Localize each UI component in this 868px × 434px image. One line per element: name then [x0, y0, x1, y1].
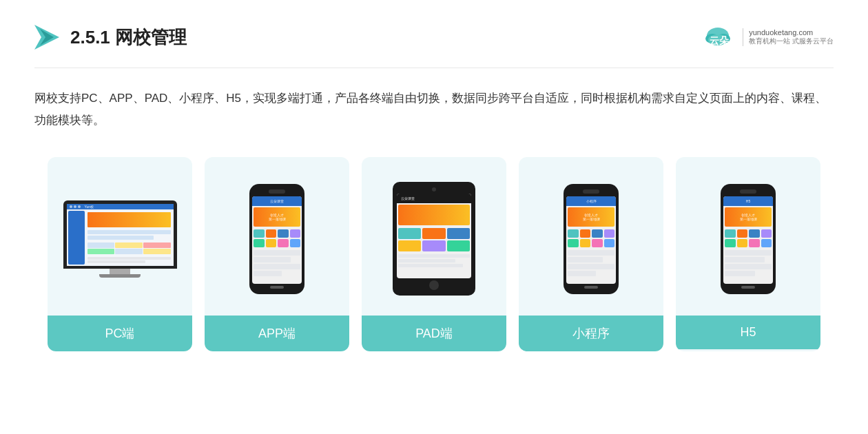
description-text: 网校支持PC、APP、PAD、小程序、H5，实现多端打通，产品各终端自由切换，数…	[34, 87, 834, 132]
brand-text: yunduoketang.com 教育机构一站 式服务云平台	[743, 28, 834, 46]
card-pc-label: PC端	[48, 316, 192, 351]
brand-logo: 云朵 yunduoketang.com 教育机构一站 式服务云平台	[701, 21, 834, 54]
header: 2.5.1 网校管理 云朵 yunduoketang.com 教育机构一站 式服…	[34, 21, 834, 68]
tablet-mockup: 云朵课堂	[393, 182, 475, 296]
page: 2.5.1 网校管理 云朵 yunduoketang.com 教育机构一站 式服…	[0, 0, 868, 434]
card-miniprogram-image: 小程序 创造人才第一落地课	[519, 157, 663, 316]
card-pad-label: PAD端	[362, 316, 506, 351]
card-app-label: APP端	[205, 316, 349, 351]
card-h5: H5 创造人才第一落地课	[676, 157, 820, 351]
card-pad: 云朵课堂	[362, 157, 506, 351]
card-miniprogram-label: 小程序	[519, 316, 663, 351]
phone-mockup-mini: 小程序 创造人才第一落地课	[564, 184, 619, 294]
card-pc: Yun校	[48, 157, 192, 351]
card-h5-image: H5 创造人才第一落地课	[676, 157, 820, 316]
card-miniprogram: 小程序 创造人才第一落地课	[519, 157, 663, 351]
phone-mockup-h5: H5 创造人才第一落地课	[721, 184, 776, 294]
card-pc-image: Yun校	[48, 157, 192, 316]
card-h5-label: H5	[676, 316, 820, 349]
phone-mockup-app: 云朵课堂 创造人才第一落地课	[249, 184, 304, 294]
card-app: 云朵课堂 创造人才第一落地课	[205, 157, 349, 351]
logo-arrow-icon	[34, 25, 59, 50]
card-pad-image: 云朵课堂	[362, 157, 506, 316]
cards-section: Yun校	[34, 157, 834, 351]
svg-text:云朵: 云朵	[710, 35, 730, 46]
page-title: 2.5.1 网校管理	[70, 25, 187, 50]
card-app-image: 云朵课堂 创造人才第一落地课	[205, 157, 349, 316]
monitor-mockup: Yun校	[61, 200, 178, 278]
header-left: 2.5.1 网校管理	[34, 25, 187, 50]
cloud-icon: 云朵	[701, 21, 734, 54]
